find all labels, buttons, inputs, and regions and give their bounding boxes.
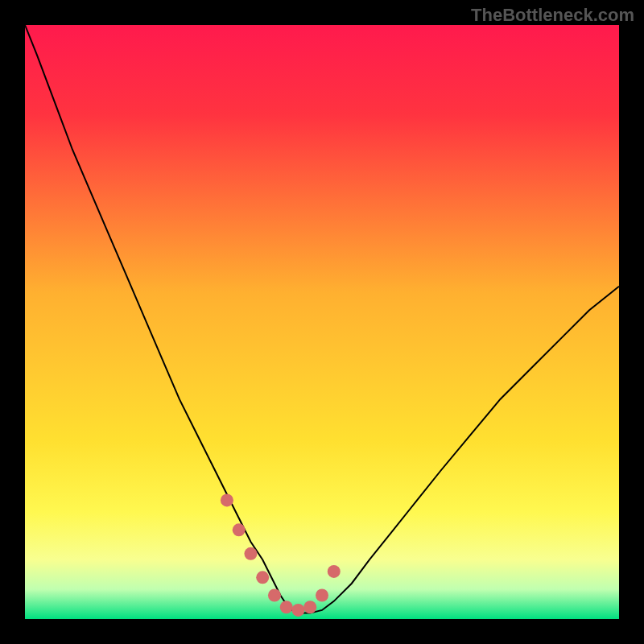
bottleneck-chart	[0, 0, 644, 644]
marker-dot	[316, 588, 328, 601]
marker-dot	[291, 604, 304, 617]
marker-dot	[280, 601, 293, 613]
watermark-text: TheBottleneck.com	[471, 5, 634, 26]
marker-dot	[303, 601, 316, 613]
gradient-background	[25, 25, 619, 619]
chart-svg	[0, 0, 644, 644]
marker-dot	[221, 493, 233, 506]
marker-dot	[268, 588, 281, 601]
marker-dot	[233, 523, 246, 536]
marker-dot	[244, 547, 257, 560]
marker-dot	[256, 571, 269, 584]
marker-dot	[328, 565, 341, 578]
